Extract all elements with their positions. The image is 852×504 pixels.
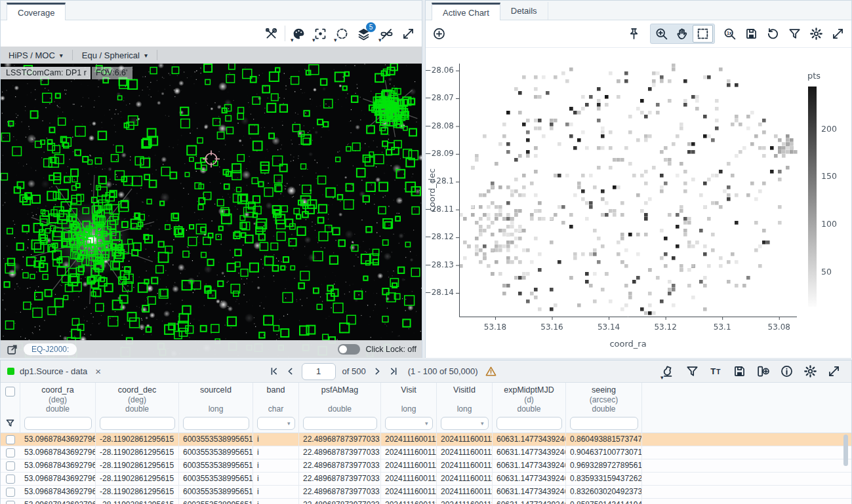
zoom-mode-icon[interactable] xyxy=(652,26,671,42)
filter-cell-expMidptMJD xyxy=(493,414,566,433)
row-checkbox[interactable] xyxy=(6,501,15,504)
projection-dropdown[interactable]: Equ / Spherical▾ xyxy=(82,50,157,60)
table-cell: 22.489687873977033 xyxy=(299,486,381,499)
tab-details-label: Details xyxy=(511,6,537,16)
filter-table-icon[interactable] xyxy=(685,364,699,378)
click-lock-toggle[interactable] xyxy=(338,344,360,355)
table-row[interactable]: 53.09687843692796-28.1190286129561560035… xyxy=(1,459,851,473)
filter-select-Visit[interactable]: ▾ xyxy=(385,417,433,430)
text-view-icon[interactable]: TT xyxy=(709,364,723,378)
external-expand-icon[interactable] xyxy=(6,343,18,356)
table-cell: 22.489687873977033 xyxy=(299,499,381,504)
row-checkbox[interactable] xyxy=(6,448,15,457)
chart-canvas[interactable] xyxy=(426,48,851,358)
hips-moc-dropdown[interactable]: HiPS / MOC▾ xyxy=(9,50,72,60)
expand-coverage-icon[interactable] xyxy=(401,27,415,41)
coord-readout[interactable]: EQ-J2000: xyxy=(24,343,77,355)
column-header-psfAbMag[interactable]: psfAbMagdouble xyxy=(299,383,381,414)
wcs-match-icon[interactable] xyxy=(380,27,394,41)
save-chart-icon[interactable] xyxy=(744,27,758,41)
last-page-icon[interactable] xyxy=(389,366,399,376)
table-cell: 53.09687843692796 xyxy=(20,459,96,473)
expand-chart-icon[interactable] xyxy=(831,27,845,41)
restore-chart-icon[interactable] xyxy=(766,27,780,41)
table-cell: 22.489687873977033 xyxy=(299,433,381,446)
column-header-band[interactable]: bandchar xyxy=(253,383,299,414)
filter-input-coord_dec[interactable] xyxy=(100,417,175,430)
column-header-coord_dec[interactable]: coord_dec(deg)double xyxy=(96,383,179,414)
column-header-seeing[interactable]: seeing(arcsec)double xyxy=(566,383,642,414)
row-checkbox[interactable] xyxy=(6,475,15,484)
row-checkbox[interactable] xyxy=(6,461,15,471)
color-palette-icon[interactable] xyxy=(292,27,306,41)
filter-cell-VisitId: ▾ xyxy=(437,414,493,433)
table-row[interactable]: 53.09687843692796-28.1190286129561560035… xyxy=(1,499,851,504)
filter-chart-icon[interactable] xyxy=(788,27,801,41)
table-cell: 600355353899565160 xyxy=(179,499,253,504)
table-titlebar: dp1.Source - data × of 500 (1 - 100 of 5… xyxy=(1,360,851,383)
filter-cell-band: ▾ xyxy=(253,414,299,433)
pin-chart-icon[interactable] xyxy=(627,27,641,41)
table-row[interactable]: 53.09687843692796-28.1190286129561560035… xyxy=(1,473,851,486)
table-info-icon[interactable] xyxy=(780,364,794,378)
table-tools-icon[interactable] xyxy=(662,364,676,378)
expand-table-icon[interactable] xyxy=(827,364,841,378)
chart-settings-icon[interactable] xyxy=(809,27,823,41)
table-cell: 0.8587501434141945 xyxy=(566,499,642,504)
column-header-expMidptMJD[interactable]: expMidptMJD(d)double xyxy=(493,383,566,414)
select-region-icon[interactable] xyxy=(335,27,349,41)
pan-mode-icon[interactable] xyxy=(672,26,691,42)
chart-tabstrip: Active Chart Details xyxy=(426,1,851,20)
table-row[interactable]: 53.09687843692796-28.1190286129561560035… xyxy=(1,433,851,446)
table-cell: 2024111600111 xyxy=(381,499,437,504)
filter-select-VisitId[interactable]: ▾ xyxy=(441,417,489,430)
column-header-sourceId[interactable]: sourceIdlong xyxy=(179,383,253,414)
prev-page-icon[interactable] xyxy=(285,366,295,376)
zoom-original-icon[interactable]: 1x xyxy=(723,27,737,41)
tab-coverage[interactable]: Coverage xyxy=(7,3,66,20)
table-row[interactable]: 53.09687843692796-28.1190286129561560035… xyxy=(1,486,851,499)
column-header-VisitId[interactable]: VisitIdlong xyxy=(437,383,493,414)
table-cell: 60631.14773439246 xyxy=(493,446,566,459)
table-scrollbar[interactable] xyxy=(843,435,848,466)
add-chart-icon[interactable] xyxy=(432,27,446,41)
table-cell: 53.09687843692796 xyxy=(20,446,96,459)
filter-icon[interactable] xyxy=(5,418,15,428)
row-checkbox[interactable] xyxy=(6,435,15,444)
recenter-icon[interactable] xyxy=(314,27,327,41)
table-row[interactable]: 53.09687843692796-28.1190286129561560035… xyxy=(1,446,851,459)
warning-icon[interactable] xyxy=(485,365,497,378)
first-page-icon[interactable] xyxy=(269,366,279,376)
table-cell: 60631.14773439246 xyxy=(493,459,566,473)
table-status-dot xyxy=(7,368,14,375)
tab-active-chart[interactable]: Active Chart xyxy=(432,3,500,20)
tab-details[interactable]: Details xyxy=(500,2,548,20)
filter-input-expMidptMJD[interactable] xyxy=(497,417,562,430)
sky-canvas[interactable] xyxy=(1,64,422,358)
save-table-icon[interactable] xyxy=(733,364,746,378)
tools-icon[interactable] xyxy=(264,27,278,41)
table-cell: 60631.14773439246 xyxy=(493,473,566,486)
next-page-icon[interactable] xyxy=(373,366,382,376)
table-settings-icon[interactable] xyxy=(803,364,817,378)
box-select-mode-icon[interactable] xyxy=(693,25,713,43)
row-checkbox[interactable] xyxy=(6,488,15,497)
table-header-row: coord_ra(deg)doublecoord_dec(deg)doubles… xyxy=(1,383,851,414)
table-cell: -28.11902861295615 xyxy=(96,486,179,499)
page-number-input[interactable] xyxy=(302,363,336,380)
filter-cell-Visit: ▾ xyxy=(381,414,437,433)
filter-input-coord_ra[interactable] xyxy=(24,417,92,430)
add-column-icon[interactable] xyxy=(756,364,770,378)
filter-input-seeing[interactable] xyxy=(570,417,638,430)
filter-cell-coord_dec xyxy=(96,414,179,433)
select-all-checkbox[interactable] xyxy=(5,387,15,397)
close-table-icon[interactable]: × xyxy=(92,366,104,377)
table-cell: 53.09687843692796 xyxy=(20,486,96,499)
column-header-Visit[interactable]: Visitlong xyxy=(381,383,437,414)
layers-button[interactable]: 5 xyxy=(357,27,371,41)
column-header-coord_ra[interactable]: coord_ra(deg)double xyxy=(20,383,96,414)
filter-input-psfAbMag[interactable] xyxy=(303,417,377,430)
svg-text:1x: 1x xyxy=(727,31,732,35)
filter-select-band[interactable]: ▾ xyxy=(257,417,295,430)
filter-input-sourceId[interactable] xyxy=(183,417,249,430)
